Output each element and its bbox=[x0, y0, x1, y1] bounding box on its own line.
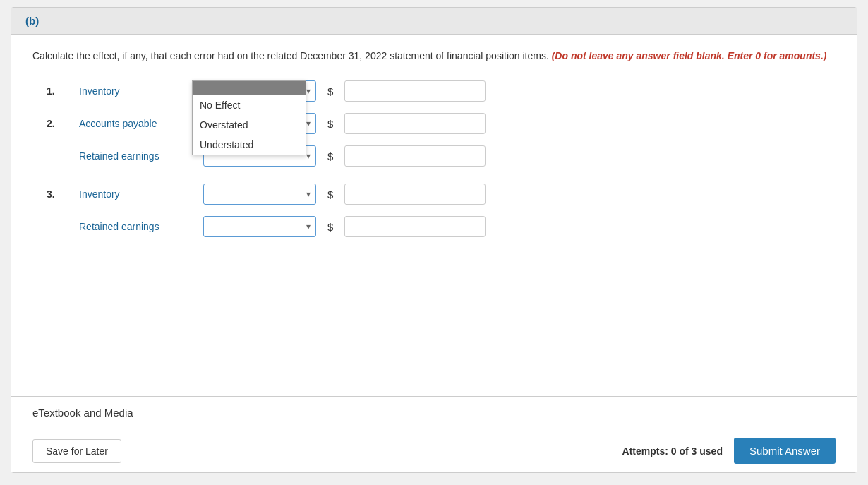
section-header: (b) bbox=[11, 8, 857, 35]
row-5-label: Retained earnings bbox=[79, 221, 192, 232]
row-2-amount-input[interactable] bbox=[344, 113, 486, 134]
dropdown-open-header bbox=[193, 81, 306, 95]
row-3-dollar: $ bbox=[327, 150, 333, 162]
bottom-bar: Save for Later Attempts: 0 of 3 used Sub… bbox=[11, 429, 857, 472]
row-5-dropdown-wrapper: No Effect Overstated Understated ▾ bbox=[203, 216, 316, 237]
section-label: (b) bbox=[25, 15, 39, 27]
row-1-open-dropdown: No Effect Overstated Understated bbox=[192, 80, 306, 155]
row-4-dollar: $ bbox=[327, 188, 333, 200]
footer-bar: eTextbook and Media Save for Later Attem… bbox=[11, 396, 857, 472]
row-4-amount-input[interactable] bbox=[344, 184, 486, 205]
row-4-dropdown-wrapper: No Effect Overstated Understated ▾ bbox=[203, 184, 316, 205]
row-5-dollar: $ bbox=[327, 221, 333, 233]
row-1-amount-input[interactable] bbox=[344, 80, 486, 102]
dropdown-option-understated[interactable]: Understated bbox=[193, 135, 306, 155]
submit-button[interactable]: Submit Answer bbox=[734, 438, 836, 464]
dropdown-option-no-effect[interactable]: No Effect bbox=[193, 95, 306, 115]
row-2-dollar: $ bbox=[327, 118, 333, 130]
form-grid: 1. Inventory No Effect Overstated Unders… bbox=[32, 80, 836, 237]
row-3-amount-input[interactable] bbox=[344, 145, 486, 167]
dropdown-option-overstated[interactable]: Overstated bbox=[193, 115, 306, 135]
row-2-number: 2. bbox=[47, 118, 68, 129]
row-3-label: Retained earnings bbox=[79, 150, 192, 162]
etextbook-label: eTextbook and Media bbox=[32, 407, 133, 419]
row-4-label: Inventory bbox=[79, 188, 192, 200]
row-4-inventory: 3. Inventory No Effect Overstated Unders… bbox=[47, 184, 836, 205]
row-2-label: Accounts payable bbox=[79, 118, 192, 129]
instruction-main: Calculate the effect, if any, that each … bbox=[32, 50, 549, 61]
right-actions: Attempts: 0 of 3 used Submit Answer bbox=[622, 438, 836, 464]
row-5-dropdown[interactable]: No Effect Overstated Understated bbox=[203, 216, 316, 237]
row-1-number: 1. bbox=[47, 85, 68, 97]
row-1-inventory: 1. Inventory No Effect Overstated Unders… bbox=[47, 80, 836, 102]
main-container: (b) Calculate the effect, if any, that e… bbox=[11, 7, 857, 473]
attempts-text: Attempts: 0 of 3 used bbox=[622, 445, 723, 457]
row-2-accounts-payable: 2. Accounts payable No Effect Overstated… bbox=[47, 113, 836, 134]
instruction-text: Calculate the effect, if any, that each … bbox=[32, 49, 836, 64]
main-content: Calculate the effect, if any, that each … bbox=[11, 35, 857, 382]
instruction-highlight: (Do not leave any answer field blank. En… bbox=[552, 50, 827, 61]
row-5-retained-earnings: 3. Retained earnings No Effect Overstate… bbox=[47, 216, 836, 237]
etextbook-section: eTextbook and Media bbox=[11, 397, 857, 429]
row-4-dropdown[interactable]: No Effect Overstated Understated bbox=[203, 184, 316, 205]
row-4-number: 3. bbox=[47, 188, 68, 200]
row-5-amount-input[interactable] bbox=[344, 216, 486, 237]
row-3-retained-earnings: 2. Retained earnings No Effect Overstate… bbox=[47, 145, 836, 167]
row-1-label: Inventory bbox=[79, 85, 192, 97]
save-later-button[interactable]: Save for Later bbox=[32, 439, 121, 463]
row-1-dollar: $ bbox=[327, 85, 333, 97]
